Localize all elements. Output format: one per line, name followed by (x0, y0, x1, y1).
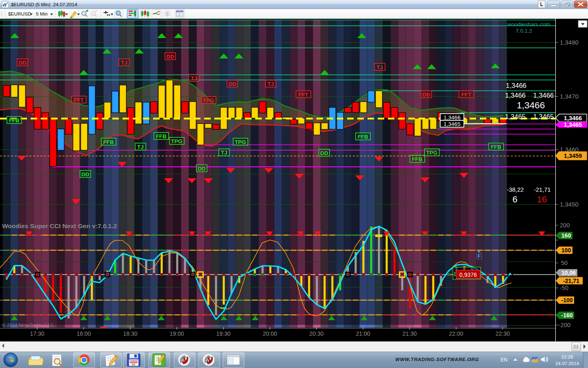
svg-text:-64-: -64- (130, 364, 137, 366)
svg-text:TJ: TJ (191, 75, 197, 81)
svg-text:TJ: TJ (376, 64, 383, 70)
svg-text:-50: -50 (560, 285, 568, 291)
svg-text:22:28: 22:28 (561, 355, 573, 359)
svg-text:DD: DD (320, 150, 328, 156)
svg-text:WWW.TRADING-SOFTWARE.ORG: WWW.TRADING-SOFTWARE.ORG (395, 357, 479, 362)
svg-text:-21,71: -21,71 (563, 278, 579, 284)
svg-text:1,3465: 1,3465 (533, 113, 554, 120)
svg-text:100: 100 (561, 247, 571, 254)
svg-text:160: 160 (561, 232, 571, 239)
svg-text:19:30: 19:30 (216, 330, 230, 337)
svg-text:20:30: 20:30 (309, 330, 323, 337)
svg-text:FFB: FFB (103, 139, 114, 145)
svg-text:1,3465: 1,3465 (564, 121, 582, 128)
svg-text:TPG: TPG (203, 97, 214, 103)
svg-text:1,3466: 1,3466 (443, 114, 460, 121)
svg-text:woodieshars.com: woodieshars.com (507, 21, 550, 27)
svg-text:-21,71: -21,71 (534, 186, 550, 193)
svg-text:TJ: TJ (137, 144, 144, 150)
svg-text:DD: DD (18, 60, 27, 66)
svg-text:1,3450: 1,3450 (560, 201, 579, 208)
svg-text:$EURUSD: $EURUSD (8, 11, 31, 17)
svg-text:FFT: FFT (74, 97, 84, 103)
svg-text:18:00: 18:00 (76, 330, 91, 337)
svg-text:L: L (540, 2, 543, 7)
svg-text:FFT: FFT (461, 92, 471, 98)
svg-text:10,06: 10,06 (561, 269, 576, 276)
svg-text:DD: DD (228, 81, 236, 87)
svg-text:FFB: FFB (156, 133, 167, 139)
svg-text:19:00: 19:00 (169, 330, 184, 337)
svg-text:24.07.2014: 24.07.2014 (555, 361, 579, 366)
svg-text:1,3465: 1,3465 (505, 113, 526, 120)
svg-text:EN: EN (501, 357, 508, 363)
svg-text:-160: -160 (561, 312, 572, 319)
svg-text:1,3466: 1,3466 (505, 92, 526, 99)
svg-text:DD: DD (166, 54, 174, 60)
svg-text:1,3466: 1,3466 (506, 82, 526, 89)
svg-text:TPG: TPG (171, 138, 183, 144)
svg-text:TPG: TPG (235, 139, 246, 145)
svg-text:6: 6 (512, 194, 517, 204)
svg-text:1,3480: 1,3480 (560, 39, 579, 46)
svg-text:FFB: FFB (491, 144, 501, 150)
svg-text:1,3465: 1,3465 (443, 121, 460, 127)
svg-text:22:00: 22:00 (449, 330, 463, 337)
svg-text:200: 200 (560, 222, 570, 229)
svg-text:FFT: FFT (298, 92, 308, 98)
svg-text:1,3470: 1,3470 (560, 93, 579, 100)
svg-text:FFB: FFB (412, 156, 423, 162)
svg-text:TJ: TJ (221, 150, 227, 156)
svg-text:21:00: 21:00 (356, 330, 370, 337)
svg-text:1,3466: 1,3466 (533, 92, 554, 99)
svg-text:DD: DD (81, 171, 89, 177)
svg-text:TJ: TJ (267, 81, 274, 87)
svg-text:22:30: 22:30 (495, 330, 510, 337)
svg-text:7.0.1.2: 7.0.1.2 (516, 28, 532, 34)
svg-text:0,9376: 0,9376 (459, 272, 477, 278)
svg-text:-100: -100 (561, 297, 572, 303)
svg-text:1,3466: 1,3466 (564, 115, 582, 121)
svg-text:$EURUSD (5 Min) 24.07.2014: $EURUSD (5 Min) 24.07.2014 (11, 2, 77, 7)
svg-text:TJ: TJ (121, 60, 127, 66)
svg-text:DD: DD (422, 92, 430, 98)
svg-text:21:30: 21:30 (402, 330, 416, 337)
svg-text:5 Min: 5 Min (36, 11, 48, 17)
svg-text:-38,22: -38,22 (507, 186, 523, 193)
svg-text:© 2014 NinjaTrader, LLC: © 2014 NinjaTrader, LLC (2, 323, 54, 328)
svg-text:TPG: TPG (426, 150, 438, 156)
svg-text:-200: -200 (559, 322, 570, 328)
svg-text:1,3459: 1,3459 (564, 153, 582, 159)
svg-text:F: F (478, 254, 481, 259)
svg-text:17:30: 17:30 (30, 330, 44, 337)
svg-text:$: $ (166, 12, 169, 16)
svg-text:16: 16 (537, 194, 547, 204)
svg-text:1,3466: 1,3466 (517, 100, 545, 110)
svg-text:FFB: FFB (358, 134, 368, 140)
svg-text:DD: DD (198, 166, 206, 172)
svg-text:20:00: 20:00 (263, 330, 277, 337)
svg-text:18:30: 18:30 (123, 330, 137, 337)
svg-text:FFB: FFB (9, 117, 20, 123)
svg-text:Woodies Super CCI Next Gen v:7: Woodies Super CCI Next Gen v:7.0.1.2 (2, 222, 117, 229)
svg-text:50: 50 (561, 260, 568, 266)
